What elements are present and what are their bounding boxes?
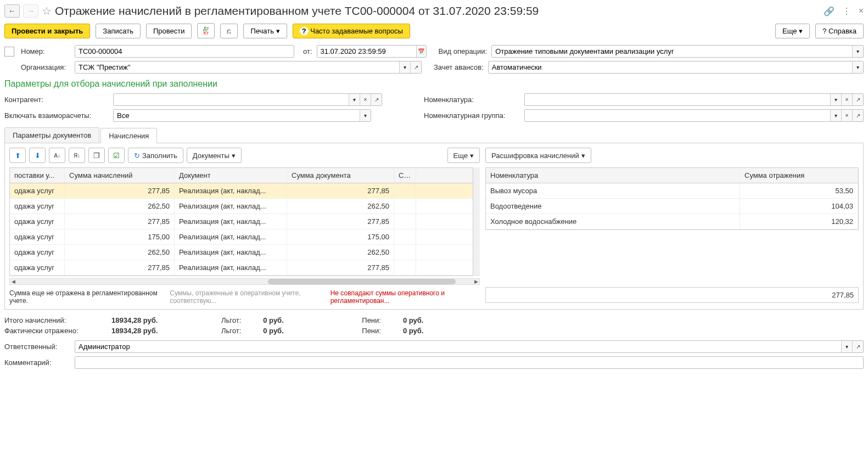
clear-icon[interactable]: × xyxy=(360,94,371,105)
move-down-button[interactable]: ⬇ xyxy=(29,148,46,163)
chevron-down-icon[interactable]: ▾ xyxy=(830,94,841,105)
help-button[interactable]: ? Справка xyxy=(815,24,864,38)
table-row[interactable]: одажа услуг277,85Реализация (акт, наклад… xyxy=(10,183,473,199)
chevron-down-icon[interactable]: ▾ xyxy=(841,341,852,352)
peni-value: 0 руб. xyxy=(403,316,491,324)
table-row[interactable]: Водоотведение104,03 xyxy=(486,199,858,214)
check-button[interactable]: ☑ xyxy=(108,148,125,163)
chevron-down-icon[interactable]: ▾ xyxy=(349,94,360,105)
table-row[interactable]: Холодное водоснабжение120,32 xyxy=(486,214,858,229)
peni2-label: Пени: xyxy=(362,327,381,335)
col-header-acc[interactable]: Сче xyxy=(394,168,416,183)
decode-total: 277,85 xyxy=(485,287,859,303)
col-header-rsum[interactable]: Сумма отражения xyxy=(740,168,858,183)
print-button[interactable]: Печать ▾ xyxy=(243,24,287,38)
tab-params[interactable]: Параметры документов xyxy=(4,127,99,143)
clear-icon[interactable]: × xyxy=(841,110,852,121)
faq-button[interactable]: ? Часто задаваемые вопросы xyxy=(293,24,410,38)
fact-value: 18934,28 руб. xyxy=(111,327,199,335)
contragent-label: Контрагент: xyxy=(4,96,109,104)
legend-unreflected: Сумма еще не отражена в регламентированн… xyxy=(9,289,159,305)
link-icon[interactable]: 🔗 xyxy=(824,6,835,16)
clear-icon[interactable]: × xyxy=(841,94,852,105)
date-label: от: xyxy=(303,47,312,55)
number-label: Номер: xyxy=(21,47,70,55)
number-field[interactable] xyxy=(75,45,294,58)
responsible-field[interactable]: ▾↗ xyxy=(75,340,864,353)
peni2-value: 0 руб. xyxy=(403,327,491,335)
chevron-down-icon[interactable]: ▾ xyxy=(852,46,863,57)
peni-label: Пени: xyxy=(362,316,381,324)
table-row[interactable]: одажа услуг175,00Реализация (акт, наклад… xyxy=(10,229,473,245)
filter-section-title: Параметры для отбора начислений при запо… xyxy=(4,79,864,89)
lgot-value: 0 руб. xyxy=(263,316,340,324)
open-icon[interactable]: ↗ xyxy=(852,94,863,105)
nav-forward-button[interactable]: → xyxy=(23,4,38,18)
panel-more-button[interactable]: Еще ▾ xyxy=(447,148,480,163)
advance-label: Зачет авансов: xyxy=(434,63,484,71)
lgot2-label: Льгот: xyxy=(221,327,241,335)
documents-button[interactable]: Документы ▾ xyxy=(187,148,242,163)
copy-button[interactable]: ❐ xyxy=(88,148,105,163)
decode-table[interactable]: Номенклатура Сумма отражения Вывоз мусор… xyxy=(485,167,859,230)
total-accruals-value: 18934,28 руб. xyxy=(111,316,199,324)
col-header-docsum[interactable]: Сумма документа xyxy=(287,168,394,183)
table-row[interactable]: Вывоз мусора53,50 xyxy=(486,183,858,199)
move-up-button[interactable]: ⬆ xyxy=(9,148,26,163)
settlements-label: Включать взаиморасчеты: xyxy=(4,111,109,120)
nomenclature-field[interactable]: ▾×↗ xyxy=(524,93,864,106)
comment-field[interactable] xyxy=(75,356,864,369)
col-header-nom[interactable]: Номенклатура xyxy=(486,168,740,183)
chevron-down-icon[interactable]: ▾ xyxy=(399,61,410,73)
tab-accruals[interactable]: Начисления xyxy=(100,128,157,143)
post-and-close-button[interactable]: Провести и закрыть xyxy=(4,24,90,38)
accruals-table[interactable]: поставки у... Сумма начислений Документ … xyxy=(9,167,473,276)
vertical-scrollbar[interactable] xyxy=(473,167,480,276)
page-title: Отражение начислений в регламентированно… xyxy=(55,4,820,18)
table-row[interactable]: одажа услуг262,50Реализация (акт, наклад… xyxy=(10,245,473,260)
legend-matched: Суммы, отраженные в оперативном учете, с… xyxy=(170,289,319,305)
kebab-menu-icon[interactable]: ⋮ xyxy=(842,6,851,16)
date-field[interactable]: 📅 xyxy=(317,45,427,58)
decode-button[interactable]: Расшифровка начислений ▾ xyxy=(485,148,591,163)
fill-button[interactable]: ↻ Заполнить xyxy=(128,148,183,163)
dtkt-button[interactable]: ДтКт xyxy=(197,23,215,38)
horizontal-scrollbar[interactable]: ◀ ▶ xyxy=(9,278,480,285)
sort-asc-button[interactable]: А↓ xyxy=(49,148,65,163)
close-icon[interactable]: × xyxy=(859,6,864,16)
more-button[interactable]: Еще ▾ xyxy=(775,24,810,38)
open-icon[interactable]: ↗ xyxy=(371,94,382,105)
nomgroup-field[interactable]: ▾×↗ xyxy=(524,109,864,122)
favorite-star-icon[interactable]: ☆ xyxy=(42,4,52,18)
table-row[interactable]: одажа услуг277,85Реализация (акт, наклад… xyxy=(10,260,473,276)
operation-field[interactable]: ▾ xyxy=(491,45,864,58)
open-icon[interactable]: ↗ xyxy=(410,61,421,73)
chevron-down-icon[interactable]: ▾ xyxy=(852,61,863,73)
nav-back-button[interactable]: ← xyxy=(4,4,20,18)
structure-button[interactable]: ⎌ xyxy=(220,24,238,38)
table-row[interactable]: одажа услуг277,85Реализация (акт, наклад… xyxy=(10,214,473,229)
col-header-sum[interactable]: Сумма начислений xyxy=(65,168,175,183)
save-button[interactable]: Записать xyxy=(96,24,141,38)
advance-field[interactable]: ▾ xyxy=(488,61,864,74)
fact-label: Фактически отражено: xyxy=(4,327,89,335)
nomgroup-label: Номенклатурная группа: xyxy=(424,111,520,120)
col-header-doc[interactable]: Документ xyxy=(175,168,287,183)
open-icon[interactable]: ↗ xyxy=(852,110,863,121)
sort-desc-button[interactable]: Я↓ xyxy=(69,148,85,163)
operation-label: Вид операции: xyxy=(439,47,488,55)
org-field[interactable]: ▾↗ xyxy=(75,61,422,74)
open-icon[interactable]: ↗ xyxy=(852,341,863,352)
chevron-down-icon[interactable]: ▾ xyxy=(360,110,371,121)
col-header-type[interactable]: поставки у... xyxy=(10,168,65,183)
total-accruals-label: Итого начислений: xyxy=(4,316,89,324)
chevron-down-icon[interactable]: ▾ xyxy=(830,110,841,121)
nomenclature-label: Номенклатура: xyxy=(424,96,520,104)
table-row[interactable]: одажа услуг262,50Реализация (акт, наклад… xyxy=(10,199,473,214)
settlements-field[interactable]: ▾ xyxy=(113,109,371,122)
calendar-icon[interactable]: 📅 xyxy=(416,46,426,57)
lgot2-value: 0 руб. xyxy=(263,327,340,335)
legend-mismatched: Не совпадают суммы оперативного и реглам… xyxy=(331,289,480,305)
post-button[interactable]: Провести xyxy=(146,24,192,38)
contragent-field[interactable]: ▾×↗ xyxy=(113,93,382,106)
